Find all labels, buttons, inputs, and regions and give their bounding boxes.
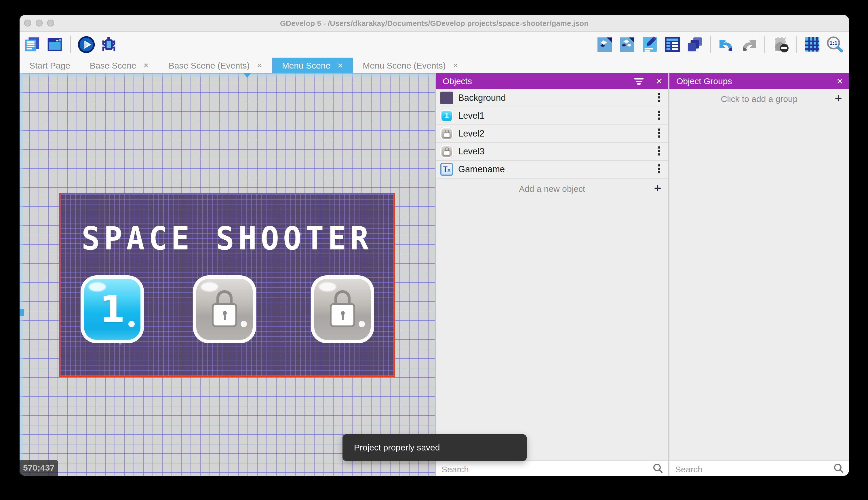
play-icon[interactable]	[78, 35, 95, 54]
scene-editor-canvas[interactable]: SPACE SHOOTER 1	[20, 73, 435, 476]
toolbar-separator	[70, 36, 71, 53]
level-number: 1	[99, 288, 125, 331]
horizontal-scrollbar-track[interactable]	[20, 73, 435, 77]
save-toast: Project properly saved	[342, 434, 527, 461]
object-name: Level3	[458, 143, 484, 160]
object-groups-panel: Object Groups ✕ Click to add a group +	[669, 73, 849, 476]
tab-menu-scene-events[interactable]: Menu Scene (Events)✕	[353, 58, 468, 73]
screen: GDevelop 5 - /Users/dkarakay/Documents/G…	[0, 0, 868, 500]
undo-icon[interactable]	[718, 35, 735, 54]
object-name: Background	[458, 89, 506, 106]
lock-icon	[327, 290, 358, 328]
main-toolbar: 1:1	[20, 32, 849, 58]
locked-button-icon	[440, 145, 453, 158]
redo-icon[interactable]	[740, 35, 758, 54]
kebab-menu-icon[interactable]	[658, 164, 660, 173]
level-3-button-instance[interactable]	[311, 275, 374, 343]
filter-icon[interactable]	[634, 78, 644, 85]
grid-icon[interactable]	[804, 35, 821, 54]
cursor-coordinates-badge: 570;437	[20, 460, 58, 476]
window-title: GDevelop 5 - /Users/dkarakay/Documents/G…	[20, 15, 849, 31]
toolbar-separator	[710, 36, 711, 53]
locked-button-icon	[440, 127, 453, 140]
svg-text:1:1: 1:1	[830, 40, 837, 46]
search-icon	[833, 463, 844, 476]
tab-close-icon[interactable]: ✕	[143, 61, 149, 69]
object-row-level3[interactable]: Level3	[436, 143, 668, 161]
gdevelop-window: GDevelop 5 - /Users/dkarakay/Documents/G…	[20, 15, 849, 476]
project-manager-icon[interactable]	[24, 35, 41, 54]
add-group-plus-icon[interactable]: +	[835, 89, 842, 109]
tab-start-page[interactable]: Start Page	[20, 58, 80, 73]
objects-editor-icon[interactable]	[596, 35, 613, 54]
selected-scene-background-instance[interactable]: SPACE SHOOTER 1	[59, 193, 395, 377]
kebab-menu-icon[interactable]	[658, 93, 660, 102]
add-object-row[interactable]: Add a new object+	[436, 179, 668, 199]
object-groups-icon[interactable]	[619, 35, 636, 54]
background-icon	[440, 92, 453, 104]
objects-search-bar	[436, 460, 668, 476]
tab-label: Menu Scene	[282, 60, 330, 70]
object-groups-panel-header: Object Groups ✕	[669, 73, 849, 89]
add-object-plus-icon[interactable]: +	[654, 179, 661, 199]
add-group-row[interactable]: Click to add a group +	[669, 89, 849, 109]
close-icon[interactable]: ✕	[837, 73, 843, 89]
groups-search-input[interactable]	[674, 461, 811, 476]
object-row-level2[interactable]: Level2	[436, 125, 668, 143]
zoom-1-1-icon[interactable]: 1:1	[826, 35, 843, 54]
lock-icon	[209, 290, 240, 328]
object-name: Gamename	[458, 161, 505, 178]
level-1-button-instance[interactable]: 1	[81, 275, 144, 343]
tab-base-scene-events[interactable]: Base Scene (Events)✕	[159, 58, 272, 73]
object-row-background[interactable]: Background	[436, 89, 668, 107]
kebab-menu-icon[interactable]	[658, 111, 660, 120]
tab-label: Menu Scene (Events)	[363, 60, 446, 70]
title-bar: GDevelop 5 - /Users/dkarakay/Documents/G…	[20, 15, 849, 32]
tab-close-icon[interactable]: ✕	[257, 61, 262, 69]
layers-icon[interactable]	[686, 35, 703, 54]
toast-message: Project properly saved	[354, 434, 440, 461]
tab-base-scene[interactable]: Base Scene✕	[80, 58, 159, 73]
object-name: Level2	[458, 125, 484, 142]
objects-panel: Objects ✕ Background1Level1Level2Level3T…	[435, 73, 668, 476]
editor-tabs: Start PageBase Scene✕Base Scene (Events)…	[20, 58, 849, 73]
object-groups-panel-title: Object Groups	[676, 73, 732, 89]
tab-menu-scene[interactable]: Menu Scene✕	[272, 58, 353, 73]
tab-close-icon[interactable]: ✕	[453, 61, 458, 69]
toolbar-separator	[796, 36, 797, 53]
tab-label: Base Scene (Events)	[169, 60, 250, 70]
level1-button-icon: 1	[440, 110, 453, 122]
groups-search-bar	[669, 460, 849, 476]
level-2-button-instance[interactable]	[193, 275, 256, 343]
add-object-label: Add a new object	[436, 179, 668, 199]
object-name: Level1	[458, 107, 484, 124]
vertical-scroll-marker[interactable]	[20, 309, 24, 316]
vertical-scrollbar-track[interactable]	[20, 73, 23, 476]
game-title-text[interactable]: SPACE SHOOTER	[60, 217, 394, 260]
tab-label: Start Page	[30, 60, 70, 70]
object-row-level1[interactable]: 1Level1	[436, 107, 668, 125]
objects-panel-title: Objects	[443, 73, 472, 89]
object-row-gamename[interactable]: TxGamename	[436, 161, 668, 179]
tab-close-icon[interactable]: ✕	[337, 61, 343, 69]
search-icon	[653, 463, 663, 476]
toolbar-separator	[764, 36, 765, 53]
kebab-menu-icon[interactable]	[658, 146, 660, 155]
scene-window-icon[interactable]	[46, 35, 63, 54]
add-group-label: Click to add a group	[669, 89, 849, 109]
kebab-menu-icon[interactable]	[658, 128, 660, 137]
window-mask-icon[interactable]	[772, 35, 789, 54]
instances-list-icon[interactable]	[664, 35, 681, 54]
objects-list: Background1Level1Level2Level3TxGamenameA…	[436, 89, 668, 199]
objects-search-input[interactable]	[440, 461, 617, 476]
objects-panel-header: Objects ✕	[436, 73, 668, 89]
close-icon[interactable]: ✕	[656, 73, 662, 89]
tab-label: Base Scene	[90, 60, 137, 70]
properties-icon[interactable]	[641, 35, 658, 54]
debug-icon[interactable]	[100, 35, 117, 54]
text-object-icon: Tx	[440, 163, 453, 176]
